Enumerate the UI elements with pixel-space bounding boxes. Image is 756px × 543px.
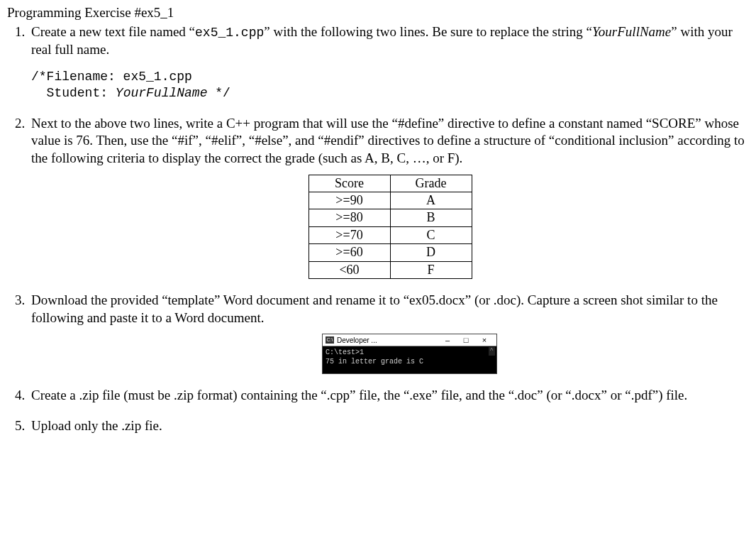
cell-grade: C bbox=[390, 226, 472, 243]
step-4: Create a .zip file (must be .zip format)… bbox=[28, 387, 749, 405]
step5-text: Upload only the .zip fie. bbox=[31, 418, 162, 433]
code-line1: /*Filename: ex5_1.cpp bbox=[31, 70, 192, 84]
step1-text-b: ” with the following two lines. Be sure … bbox=[264, 24, 592, 39]
cell-grade: F bbox=[390, 261, 472, 278]
header-grade: Grade bbox=[390, 175, 472, 192]
code-line2b: YourFullName bbox=[116, 86, 208, 100]
cell-score: >=70 bbox=[308, 226, 390, 243]
page-title: Programming Exercise #ex5_1 bbox=[7, 4, 749, 22]
step1-filename: ex5_1.cpp bbox=[195, 26, 264, 40]
table-row: >=70C bbox=[308, 226, 472, 243]
code-line2a: Student: bbox=[31, 86, 116, 100]
console-window: C:\ Developer ... – □ × ^ C:\test>1 75 i… bbox=[322, 334, 497, 374]
cell-score: <60 bbox=[308, 261, 390, 278]
cell-grade: B bbox=[390, 209, 472, 226]
step-2: Next to the above two lines, write a C++… bbox=[28, 115, 749, 279]
table-row: >=90A bbox=[308, 192, 472, 209]
scroll-up-icon[interactable]: ^ bbox=[489, 347, 495, 356]
step1-placeholder: YourFullName bbox=[592, 24, 671, 39]
instruction-list: Create a new text file named “ex5_1.cpp”… bbox=[7, 23, 749, 435]
step2-text: Next to the above two lines, write a C++… bbox=[31, 116, 745, 165]
table-row: >=80B bbox=[308, 209, 472, 226]
table-header-row: Score Grade bbox=[308, 175, 472, 192]
cell-grade: D bbox=[390, 244, 472, 261]
minimize-button[interactable]: – bbox=[438, 335, 457, 345]
maximize-button[interactable]: □ bbox=[457, 335, 475, 345]
step3-text: Download the provided “template” Word do… bbox=[31, 292, 718, 325]
console-line: C:\test>1 bbox=[326, 348, 494, 357]
cell-grade: A bbox=[390, 192, 472, 209]
step4-text: Create a .zip file (must be .zip format)… bbox=[31, 388, 687, 402]
console-titlebar: C:\ Developer ... – □ × bbox=[323, 334, 496, 346]
console-body: ^ C:\test>1 75 in letter grade is C bbox=[323, 346, 496, 373]
console-line: 75 in letter grade is C bbox=[326, 357, 494, 366]
grade-table: Score Grade >=90A >=80B >=70C >=60D <60F bbox=[308, 175, 472, 279]
cell-score: >=80 bbox=[308, 209, 390, 226]
table-row: <60F bbox=[308, 261, 472, 278]
code-block: /*Filename: ex5_1.cpp Student: YourFullN… bbox=[31, 69, 749, 102]
close-button[interactable]: × bbox=[475, 335, 494, 345]
step-5: Upload only the .zip fie. bbox=[28, 417, 749, 435]
cell-score: >=60 bbox=[308, 244, 390, 261]
console-title: Developer ... bbox=[337, 336, 438, 345]
step-1: Create a new text file named “ex5_1.cpp”… bbox=[28, 23, 749, 102]
step-3: Download the provided “template” Word do… bbox=[28, 292, 749, 374]
code-line2c: */ bbox=[207, 86, 230, 100]
cell-score: >=90 bbox=[308, 192, 390, 209]
cmd-icon: C:\ bbox=[326, 336, 334, 344]
header-score: Score bbox=[308, 175, 390, 192]
table-row: >=60D bbox=[308, 244, 472, 261]
step1-text-a: Create a new text file named “ bbox=[31, 24, 195, 39]
